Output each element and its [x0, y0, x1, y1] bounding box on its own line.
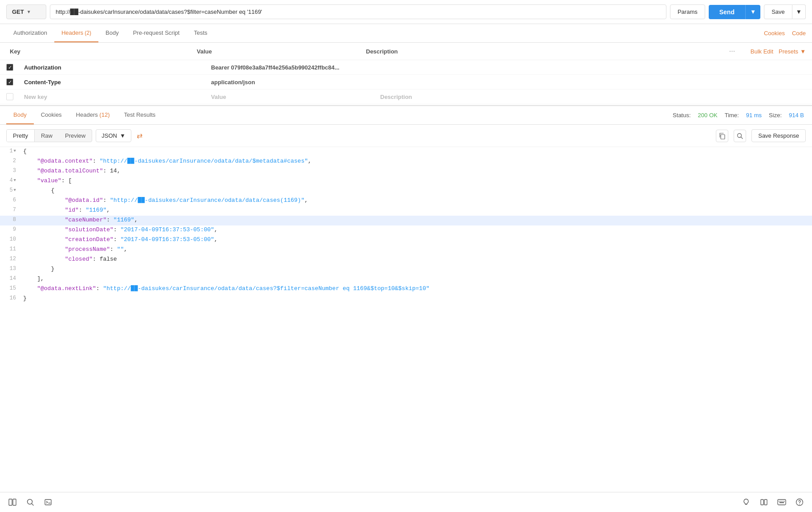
code-line-11: 11 "processName": "",: [0, 245, 812, 255]
send-dropdown-button[interactable]: ▼: [745, 5, 760, 19]
checkbox-authorization[interactable]: ✓: [6, 64, 20, 71]
line-number: 16: [0, 294, 21, 301]
line-number: 12: [0, 255, 21, 262]
line-number: 8: [0, 216, 21, 223]
code-content: "@odata.totalCount": 14,: [21, 167, 122, 175]
code-content: "caseNumber": "1169",: [21, 216, 139, 224]
tab-body[interactable]: Body: [98, 24, 126, 42]
send-button[interactable]: Send: [709, 5, 745, 19]
key-content-type: Content-Type: [20, 79, 207, 86]
response-tabs-bar: Body Cookies Headers (12) Test Results S…: [0, 105, 812, 125]
key-authorization: Authorization: [20, 64, 207, 71]
code-content: "@odata.nextLink": "http://██-daisukes/c…: [21, 284, 431, 293]
col-key-header: Key: [6, 48, 193, 55]
fold-arrow-icon[interactable]: ▼: [14, 149, 16, 153]
line-number: 14: [0, 274, 21, 282]
code-line-3: 3 "@odata.totalCount": 14,: [0, 167, 812, 176]
code-line-1: 1▼{: [0, 147, 812, 157]
headers-section: Key Value Description ··· Bulk Edit Pres…: [0, 43, 812, 104]
line-number: 5▼: [0, 186, 21, 193]
code-line-12: 12 "closed": false: [0, 255, 812, 265]
code-content: "value": [: [21, 176, 73, 185]
tab-test-results[interactable]: Test Results: [117, 106, 162, 124]
new-key-placeholder[interactable]: New key: [20, 94, 207, 100]
format-tabs: Pretty Raw Preview: [6, 129, 92, 142]
save-response-button[interactable]: Save Response: [751, 129, 806, 142]
body-toolbar-right: Save Response: [716, 129, 806, 142]
send-chevron-icon: ▼: [750, 8, 756, 15]
tab-tests[interactable]: Tests: [187, 24, 214, 42]
json-select[interactable]: JSON ▼: [96, 129, 131, 142]
tab-prerequest[interactable]: Pre-request Script: [126, 24, 187, 42]
new-value-placeholder[interactable]: Value: [207, 94, 377, 100]
tabs-right: Cookies Code: [764, 30, 806, 37]
search-response-icon[interactable]: [734, 130, 746, 142]
checkbox-content-type[interactable]: ✓: [6, 78, 20, 86]
response-status-bar: Status: 200 OK Time: 91 ms Size: 914 B: [673, 112, 806, 119]
code-line-5: 5▼ {: [0, 186, 812, 196]
line-number: 4▼: [0, 176, 21, 184]
tab-response-headers[interactable]: Headers (12): [69, 106, 117, 124]
code-link[interactable]: Code: [792, 30, 806, 37]
header-row-authorization: ✓ Authorization Bearer 079f08e3a8a7ff4e2…: [0, 60, 812, 75]
svg-point-5: [28, 500, 32, 504]
more-options-icon[interactable]: ···: [729, 47, 747, 55]
save-dropdown-button[interactable]: ▼: [792, 4, 806, 19]
keyboard-icon[interactable]: [776, 497, 787, 508]
col-desc-header: Description: [362, 48, 729, 55]
code-content: "processName": "",: [21, 245, 129, 254]
bottom-bar: [0, 492, 812, 512]
svg-rect-12: [778, 500, 786, 505]
code-line-14: 14 ],: [0, 274, 812, 284]
headers-toolbar: Key Value Description ··· Bulk Edit Pres…: [0, 43, 812, 60]
format-tab-preview[interactable]: Preview: [59, 130, 92, 142]
console-icon[interactable]: [43, 497, 53, 508]
tab-response-cookies[interactable]: Cookies: [34, 106, 69, 124]
url-bar: GET ▼ Params Send ▼ Save ▼: [0, 0, 812, 24]
line-number: 7: [0, 206, 21, 213]
code-line-4: 4▼ "value": [: [0, 176, 812, 186]
format-tab-raw[interactable]: Raw: [35, 130, 59, 142]
url-input[interactable]: [50, 4, 666, 19]
search-icon[interactable]: [25, 497, 36, 508]
svg-rect-10: [761, 500, 763, 505]
code-line-15: 15 "@odata.nextLink": "http://██-daisuke…: [0, 284, 812, 294]
method-chevron-icon: ▼: [27, 9, 31, 14]
size-value: 914 B: [789, 112, 804, 119]
fold-arrow-icon[interactable]: ▼: [14, 188, 16, 193]
line-number: 13: [0, 265, 21, 272]
json-label: JSON: [102, 132, 117, 139]
svg-line-6: [32, 504, 34, 506]
code-content: {: [21, 186, 56, 195]
tab-headers[interactable]: Headers (2): [54, 24, 98, 42]
help-icon[interactable]: [794, 497, 805, 508]
params-button[interactable]: Params: [670, 4, 705, 19]
layout-icon[interactable]: [7, 497, 18, 508]
split-view-icon[interactable]: [759, 497, 769, 508]
code-content: "closed": false: [21, 255, 119, 263]
header-row-new: New key Value Description: [0, 90, 812, 104]
tab-response-body[interactable]: Body: [6, 106, 34, 124]
cookies-link[interactable]: Cookies: [764, 30, 785, 37]
code-line-7: 7 "id": "1169",: [0, 206, 812, 216]
method-selector[interactable]: GET ▼: [6, 4, 46, 19]
code-content: }: [21, 265, 56, 273]
code-line-8: 8 "caseNumber": "1169",: [0, 216, 812, 225]
bulk-edit-button[interactable]: Bulk Edit: [751, 48, 773, 55]
code-line-6: 6 "@odata.id": "http://██-daisukes/carIn…: [0, 196, 812, 206]
line-number: 10: [0, 235, 21, 242]
tab-authorization[interactable]: Authorization: [6, 24, 54, 42]
code-editor[interactable]: 1▼{2 "@odata.context": "http://██-daisuk…: [0, 147, 812, 316]
wrap-icon[interactable]: ⇄: [135, 130, 144, 142]
new-desc-placeholder[interactable]: Description: [377, 94, 806, 100]
fold-arrow-icon[interactable]: ▼: [14, 178, 16, 183]
copy-icon[interactable]: [716, 130, 728, 142]
value-authorization: Bearer 079f08e3a8a7ff4e256a5b990242ffbc8…: [207, 64, 377, 71]
svg-rect-3: [9, 499, 12, 505]
presets-button[interactable]: Presets ▼: [779, 48, 806, 55]
save-chevron-icon: ▼: [796, 8, 802, 15]
save-button[interactable]: Save: [764, 4, 792, 19]
value-content-type: application/json: [207, 79, 377, 86]
lightbulb-icon[interactable]: [741, 497, 751, 508]
format-tab-pretty[interactable]: Pretty: [7, 130, 35, 142]
